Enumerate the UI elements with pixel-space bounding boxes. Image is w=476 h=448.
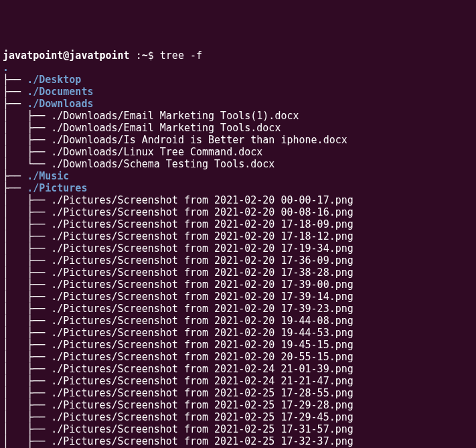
tree-branch: │ — [3, 194, 27, 206]
tree-branch: │ — [3, 399, 27, 411]
tree-branch: │ — [3, 351, 27, 363]
tree-branch: ├── — [3, 182, 27, 194]
tree-branch: ├── — [27, 399, 51, 411]
tree-branch: ├── — [27, 327, 51, 339]
command-text: tree -f — [160, 50, 202, 62]
dir-pictures: ./Pictures — [27, 182, 87, 194]
file-item: ./Pictures/Screenshot from 2021-02-20 17… — [51, 303, 353, 315]
prompt-path: ~ — [142, 50, 148, 62]
tree-branch: │ — [3, 375, 27, 387]
tree-branch: │ — [3, 339, 27, 351]
tree-branch: ├── — [27, 387, 51, 399]
file-item: ./Pictures/Screenshot from 2021-02-24 21… — [51, 375, 353, 387]
tree-branch: │ — [3, 122, 27, 134]
prompt-user-host: javatpoint@javatpoint — [3, 50, 130, 62]
tree-branch: ├── — [27, 339, 51, 351]
terminal-output[interactable]: javatpoint@javatpoint :~$ tree -f . ├── … — [3, 50, 473, 448]
tree-branch: ├── — [27, 363, 51, 375]
tree-branch: ├── — [27, 375, 51, 387]
tree-branch: ├── — [27, 110, 51, 122]
tree-branch: ├── — [27, 122, 51, 134]
file-item: ./Pictures/Screenshot from 2021-02-25 17… — [51, 411, 353, 423]
tree-branch: │ — [3, 303, 27, 315]
file-item: ./Pictures/Screenshot from 2021-02-20 17… — [51, 242, 353, 254]
file-item: ./Pictures/Screenshot from 2021-02-20 19… — [51, 315, 353, 327]
file-item: ./Pictures/Screenshot from 2021-02-20 17… — [51, 291, 353, 303]
tree-branch: │ — [3, 218, 27, 230]
file-item: ./Pictures/Screenshot from 2021-02-25 17… — [51, 435, 353, 447]
file-item: ./Pictures/Screenshot from 2021-02-20 17… — [51, 279, 353, 291]
tree-branch: ├── — [3, 74, 27, 86]
file-item: ./Pictures/Screenshot from 2021-02-24 21… — [51, 363, 353, 375]
tree-branch: │ — [3, 291, 27, 303]
tree-branch: ├── — [27, 254, 51, 267]
file-item: ./Downloads/Email Marketing Tools.docx — [51, 122, 281, 134]
tree-branch: │ — [3, 423, 27, 435]
tree-branch: ├── — [27, 411, 51, 423]
tree-branch: │ — [3, 435, 27, 447]
tree-branch: │ — [3, 387, 27, 399]
tree-branch: ├── — [27, 351, 51, 363]
dir-documents: ./Documents — [27, 86, 93, 98]
file-item: ./Pictures/Screenshot from 2021-02-25 17… — [51, 387, 353, 399]
tree-branch: ├── — [27, 423, 51, 435]
tree-branch: ├── — [3, 86, 27, 98]
dir-music: ./Music — [27, 170, 69, 182]
tree-branch: │ — [3, 315, 27, 327]
file-item: ./Pictures/Screenshot from 2021-02-20 19… — [51, 339, 353, 351]
file-item: ./Pictures/Screenshot from 2021-02-20 17… — [51, 218, 353, 230]
tree-branch: │ — [3, 267, 27, 279]
tree-branch: ├── — [27, 206, 51, 218]
tree-branch: ├── — [27, 315, 51, 327]
tree-branch: │ — [3, 134, 27, 146]
file-item: ./Downloads/Is Android is Better than ip… — [51, 134, 347, 146]
tree-branch: ├── — [3, 98, 27, 110]
file-item: ./Downloads/Schema Testing Tools.docx — [51, 158, 274, 170]
tree-branch: │ — [3, 411, 27, 423]
tree-branch: │ — [3, 363, 27, 375]
dir-downloads: ./Downloads — [27, 98, 93, 110]
tree-branch: ├── — [3, 170, 27, 182]
tree-branch: │ — [3, 327, 27, 339]
tree-branch: │ — [3, 242, 27, 254]
tree-branch: └── — [27, 158, 51, 170]
tree-branch: │ — [3, 158, 27, 170]
file-item: ./Pictures/Screenshot from 2021-02-25 17… — [51, 399, 353, 411]
tree-branch: │ — [3, 230, 27, 242]
tree-branch: ├── — [27, 303, 51, 315]
tree-branch: │ — [3, 254, 27, 267]
prompt-symbol: $ — [148, 50, 160, 62]
file-item: ./Downloads/Linux Tree Command.docx — [51, 146, 262, 158]
file-item: ./Pictures/Screenshot from 2021-02-20 00… — [51, 194, 353, 206]
tree-branch: ├── — [27, 218, 51, 230]
tree-branch: │ — [3, 146, 27, 158]
tree-branch: ├── — [27, 194, 51, 206]
dir-desktop: ./Desktop — [27, 74, 81, 86]
tree-branch: ├── — [27, 435, 51, 447]
tree-branch: ├── — [27, 267, 51, 279]
tree-branch: ├── — [27, 230, 51, 242]
file-item: ./Pictures/Screenshot from 2021-02-20 17… — [51, 254, 353, 267]
tree-branch: ├── — [27, 134, 51, 146]
file-item: ./Pictures/Screenshot from 2021-02-20 17… — [51, 267, 353, 279]
tree-branch: ├── — [27, 146, 51, 158]
file-item: ./Pictures/Screenshot from 2021-02-20 20… — [51, 351, 353, 363]
tree-branch: │ — [3, 110, 27, 122]
tree-branch: │ — [3, 206, 27, 218]
tree-branch: ├── — [27, 279, 51, 291]
tree-branch: │ — [3, 279, 27, 291]
tree-branch: ├── — [27, 242, 51, 254]
prompt-separator: : — [130, 50, 142, 62]
file-item: ./Pictures/Screenshot from 2021-02-25 17… — [51, 423, 353, 435]
tree-branch: ├── — [27, 291, 51, 303]
file-item: ./Pictures/Screenshot from 2021-02-20 19… — [51, 327, 353, 339]
file-item: ./Downloads/Email Marketing Tools(1).doc… — [51, 110, 299, 122]
tree-root: . — [3, 62, 9, 74]
file-item: ./Pictures/Screenshot from 2021-02-20 17… — [51, 230, 353, 242]
file-item: ./Pictures/Screenshot from 2021-02-20 00… — [51, 206, 353, 218]
